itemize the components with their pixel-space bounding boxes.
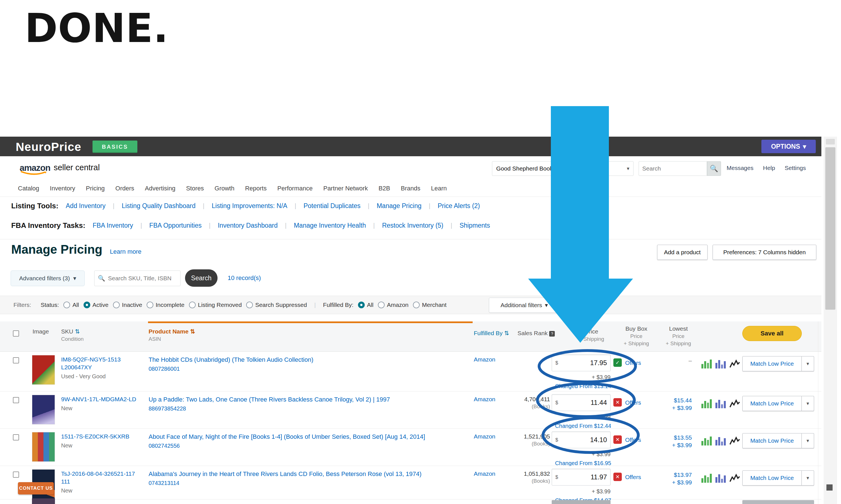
col-sales-rank[interactable]: Sales Rank? bbox=[517, 330, 555, 337]
global-search-input[interactable]: Search bbox=[639, 161, 707, 176]
sku-line[interactable]: TsJ-2016-08-04-326521-117 bbox=[61, 470, 142, 478]
product-title-link[interactable]: The Hobbit CDs (Unabridged) (The Tolkien… bbox=[149, 356, 468, 364]
radio-icon[interactable] bbox=[113, 302, 120, 308]
match-low-price-button[interactable]: Match Low Price ▾ bbox=[742, 356, 814, 371]
camel-tracker-icon[interactable] bbox=[729, 472, 740, 483]
radio-icon[interactable] bbox=[63, 302, 70, 308]
learn-more-link[interactable]: Learn more bbox=[110, 248, 141, 255]
scrollbar-up-arrow[interactable] bbox=[826, 139, 835, 144]
radio-icon[interactable] bbox=[378, 302, 384, 308]
fulfilled-by-value[interactable]: Amazon bbox=[474, 470, 495, 477]
row-checkbox[interactable] bbox=[13, 434, 19, 440]
product-title-link[interactable]: About Face of Mary, Night of the Fire [B… bbox=[149, 433, 468, 441]
product-id-link[interactable]: 0807286001 bbox=[149, 365, 468, 373]
nav-b2b[interactable]: B2B bbox=[378, 185, 390, 192]
radio-icon[interactable] bbox=[246, 302, 253, 308]
link-listing-improvements[interactable]: Listing Improvements: N/A bbox=[212, 202, 287, 210]
link-manage-inventory-health[interactable]: Manage Inventory Health bbox=[294, 222, 366, 229]
product-image[interactable] bbox=[32, 395, 55, 425]
fulfilled-radio-all[interactable]: All bbox=[358, 302, 373, 308]
radio-selected-icon[interactable] bbox=[84, 302, 90, 308]
nav-stores[interactable]: Stores bbox=[186, 185, 204, 192]
nav-pricing[interactable]: Pricing bbox=[86, 185, 105, 192]
col-fulfilled-by[interactable]: Fulfilled By ⇅ bbox=[474, 330, 509, 337]
camel-tracker-icon[interactable] bbox=[729, 358, 740, 369]
sku-line[interactable]: L200647XY bbox=[61, 363, 142, 371]
nav-catalog[interactable]: Catalog bbox=[18, 185, 39, 192]
sku-line[interactable]: 1511-7S-EZ0CKR-5KXRB bbox=[61, 433, 142, 440]
match-low-price-button[interactable]: Match Low Price ▾ bbox=[742, 470, 814, 486]
price-history-chart-icon[interactable] bbox=[715, 398, 726, 409]
radio-icon[interactable] bbox=[147, 302, 153, 308]
nav-performance[interactable]: Performance bbox=[277, 185, 313, 192]
table-search-button[interactable]: Search bbox=[185, 269, 218, 287]
settings-link[interactable]: Settings bbox=[785, 165, 806, 172]
select-all-checkbox[interactable] bbox=[13, 330, 19, 337]
link-manage-pricing[interactable]: Manage Pricing bbox=[377, 202, 422, 210]
lowest-price-cell[interactable]: $13.55+ $3.99 bbox=[660, 434, 692, 449]
price-history-chart-icon[interactable] bbox=[715, 358, 726, 369]
fulfilled-by-value[interactable]: Amazon bbox=[474, 396, 495, 403]
options-button[interactable]: OPTIONS ▾ bbox=[761, 140, 816, 153]
link-price-alerts[interactable]: Price Alerts (2) bbox=[437, 202, 480, 210]
product-id-link[interactable]: 886973854228 bbox=[149, 404, 468, 413]
camel-tracker-icon[interactable] bbox=[729, 398, 740, 409]
nav-learn[interactable]: Learn bbox=[431, 185, 447, 192]
price-input[interactable]: $ 11.97 bbox=[552, 469, 611, 486]
offers-link[interactable]: Offers bbox=[625, 399, 641, 406]
rank-history-chart-icon[interactable] bbox=[701, 435, 712, 446]
status-radio-inactive[interactable]: Inactive bbox=[113, 302, 142, 308]
offers-link[interactable]: Offers bbox=[625, 436, 641, 443]
link-inventory-dashboard[interactable]: Inventory Dashboard bbox=[218, 222, 278, 229]
link-shipments[interactable]: Shipments bbox=[460, 222, 490, 229]
table-search-input[interactable]: 🔍 Search SKU, Title, ISBN bbox=[94, 270, 181, 286]
add-product-button[interactable]: Add a product bbox=[657, 245, 707, 260]
nav-brands[interactable]: Brands bbox=[401, 185, 420, 192]
nav-inventory[interactable]: Inventory bbox=[50, 185, 75, 192]
link-listing-quality-dashboard[interactable]: Listing Quality Dashboard bbox=[122, 202, 195, 210]
lowest-price-cell[interactable]: $15.44+ $3.99 bbox=[660, 396, 692, 412]
radio-icon[interactable] bbox=[413, 302, 420, 308]
messages-link[interactable]: Messages bbox=[727, 165, 754, 172]
product-id-link[interactable]: 0802742556 bbox=[149, 442, 468, 450]
account-marketplace-select[interactable]: Good Shepherd Books | www.amazon.com ▾ bbox=[492, 161, 634, 176]
global-search-button[interactable]: 🔍 bbox=[707, 161, 721, 176]
camel-tracker-icon[interactable] bbox=[729, 435, 740, 446]
rank-history-chart-icon[interactable] bbox=[701, 398, 712, 409]
preferences-button[interactable]: Preferences: 7 Columns hidden bbox=[713, 245, 816, 260]
scrollbar-down-arrow[interactable] bbox=[826, 484, 833, 490]
radio-selected-icon[interactable] bbox=[358, 302, 365, 308]
row-checkbox[interactable] bbox=[13, 471, 19, 478]
sku-line[interactable]: 111 bbox=[61, 478, 142, 486]
radio-icon[interactable] bbox=[189, 302, 196, 308]
row-checkbox[interactable] bbox=[13, 357, 19, 363]
link-restock-inventory[interactable]: Restock Inventory (5) bbox=[382, 222, 444, 229]
price-input[interactable]: $ 17.95 bbox=[552, 355, 611, 371]
rank-history-chart-icon[interactable] bbox=[701, 358, 712, 369]
col-product-name[interactable]: Product Name ⇅ ASIN bbox=[149, 328, 195, 342]
link-fba-inventory[interactable]: FBA Inventory bbox=[92, 222, 133, 229]
help-link[interactable]: Help bbox=[763, 165, 775, 172]
fulfilled-by-value[interactable]: Amazon bbox=[474, 433, 495, 440]
offers-link[interactable]: Offers bbox=[625, 474, 641, 481]
lowest-price-cell[interactable]: $13.97+ $3.99 bbox=[660, 471, 692, 486]
chevron-down-icon[interactable]: ▾ bbox=[802, 433, 814, 448]
chevron-down-icon[interactable]: ▾ bbox=[802, 356, 814, 371]
fulfilled-radio-merchant[interactable]: Merchant bbox=[413, 302, 447, 308]
nav-reports[interactable]: Reports bbox=[245, 185, 267, 192]
additional-filters-button[interactable]: Additional filters ▾ bbox=[489, 298, 560, 313]
price-input[interactable]: $ 11.44 bbox=[552, 394, 611, 411]
nav-partner-network[interactable]: Partner Network bbox=[323, 185, 368, 192]
nav-advertising[interactable]: Advertising bbox=[145, 185, 175, 192]
price-history-chart-icon[interactable] bbox=[715, 435, 726, 446]
row-checkbox[interactable] bbox=[13, 397, 19, 403]
match-low-price-button[interactable]: Match Low Price ▾ bbox=[742, 433, 814, 448]
product-title-link[interactable]: Alabama's Journey in the Heart of Three … bbox=[149, 470, 468, 478]
status-radio-active[interactable]: Active bbox=[84, 302, 108, 308]
product-title-link[interactable]: Up a Paddle: Two Lads, One Canoe (Three … bbox=[149, 395, 468, 403]
nav-orders[interactable]: Orders bbox=[116, 185, 134, 192]
match-low-price-button[interactable]: Match Low Price ▾ bbox=[742, 396, 814, 411]
fulfilled-by-value[interactable]: Amazon bbox=[474, 356, 495, 363]
status-radio-listing-removed[interactable]: Listing Removed bbox=[189, 302, 242, 308]
status-radio-incomplete[interactable]: Incomplete bbox=[147, 302, 185, 308]
